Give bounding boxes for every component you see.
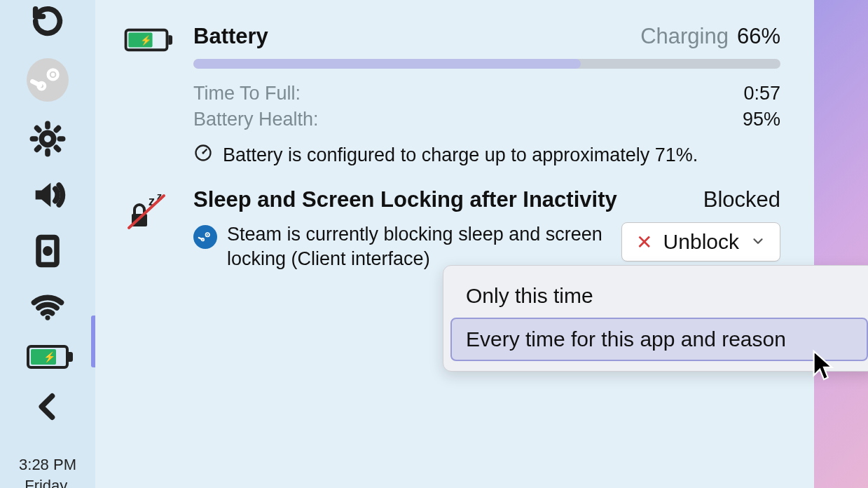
sleep-blocked-icon: z z [123, 187, 172, 271]
steam-app-icon [193, 225, 217, 249]
sleep-inhibitor-desc: Steam is currently blocking sleep and sc… [227, 222, 605, 271]
sleep-section: z z Sleep and Screen Locking after Inact… [123, 187, 780, 271]
battery-section: ⚡ Battery Charging66% Time To Full: 0:57… [123, 24, 780, 168]
battery-status: Charging66% [640, 24, 780, 49]
speedometer-icon [193, 143, 213, 168]
wifi-icon[interactable] [27, 289, 69, 325]
steam-tray-icon[interactable] [27, 59, 69, 101]
battery-tray-icon[interactable]: ⚡ [27, 345, 69, 369]
chevron-down-icon [750, 230, 766, 254]
svg-line-10 [37, 147, 39, 149]
clock[interactable]: 3:28 PM Friday, August [19, 445, 76, 488]
kde-connect-icon[interactable] [27, 233, 69, 269]
battery-health-value: 95% [743, 109, 780, 130]
menu-item-only-this-time[interactable]: Only this time [450, 274, 868, 318]
refresh-icon[interactable] [27, 3, 69, 39]
power-applet: ⚡ Battery Charging66% Time To Full: 0:57… [95, 0, 814, 488]
menu-item-every-time[interactable]: Every time for this app and reason [450, 318, 868, 361]
svg-point-14 [46, 316, 50, 320]
applet-resize-handle[interactable] [91, 316, 95, 367]
sleep-title: Sleep and Screen Locking after Inactivit… [193, 187, 617, 212]
unblock-label: Unblock [663, 230, 739, 254]
battery-icon: ⚡ [123, 24, 172, 168]
close-icon: ✕ [636, 231, 652, 254]
battery-health-label: Battery Health: [193, 109, 319, 130]
unblock-dropdown: Only this time Every time for this app a… [443, 265, 868, 372]
battery-status-label: Charging [640, 24, 729, 48]
charge-limit-note: Battery is configured to charge up to ap… [223, 144, 698, 166]
battery-progress [193, 59, 780, 69]
chevron-left-icon[interactable] [27, 388, 69, 425]
volume-icon[interactable] [27, 177, 69, 213]
battery-percent: 66% [737, 24, 780, 48]
system-tray-panel: ⚡ 3:28 PM Friday, August [0, 0, 95, 488]
svg-point-1 [51, 73, 55, 77]
brightness-icon[interactable] [27, 121, 69, 157]
clock-time: 3:28 PM [19, 454, 76, 475]
clock-day: Friday, [19, 475, 76, 488]
unblock-button[interactable]: ✕ Unblock [621, 222, 780, 262]
sleep-status: Blocked [703, 187, 780, 212]
svg-point-22 [207, 234, 208, 236]
svg-point-16 [202, 151, 204, 154]
svg-line-11 [56, 128, 58, 130]
svg-point-3 [41, 133, 53, 144]
battery-title: Battery [193, 24, 268, 49]
svg-line-9 [56, 147, 58, 149]
time-to-full-value: 0:57 [743, 83, 780, 104]
battery-progress-fill [193, 59, 581, 69]
svg-line-8 [37, 128, 39, 130]
time-to-full-label: Time To Full: [193, 83, 301, 104]
